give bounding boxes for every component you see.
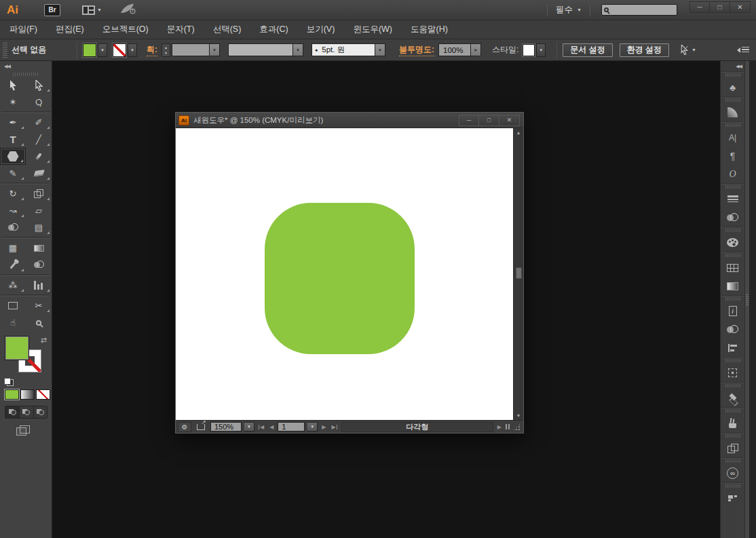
window-resize-grip[interactable] [512, 423, 521, 431]
transform-panel-button[interactable] [721, 364, 744, 382]
tool-perspective-grid[interactable]: ▤ [26, 219, 52, 236]
scroll-down-arrow[interactable]: ▼ [514, 411, 523, 420]
fill-indicator-swatch[interactable] [5, 337, 29, 360]
stroke-weight-dropdown[interactable]: ▼ [210, 43, 220, 56]
previous-artboard-button[interactable]: ◀ [268, 424, 275, 430]
opacity-field[interactable] [438, 43, 471, 56]
bridge-button[interactable]: Br [44, 4, 60, 16]
maximize-button[interactable]: □ [710, 1, 730, 13]
panel-group-grip[interactable] [721, 296, 744, 302]
doc-maximize-button[interactable]: □ [479, 115, 499, 126]
control-bar-grip[interactable] [3, 43, 7, 58]
gradient-panel-button[interactable] [721, 277, 744, 295]
dock-divider[interactable] [744, 61, 750, 538]
tool-blend[interactable] [26, 256, 52, 273]
tool-slice[interactable]: ✂ [26, 297, 52, 314]
first-artboard-button[interactable]: ◀ [257, 424, 265, 430]
scroll-up-arrow[interactable]: ▲ [514, 128, 523, 137]
tool-lasso[interactable]: Ϙ [26, 94, 52, 111]
brushes-panel-button[interactable] [721, 414, 744, 432]
panel-group-grip[interactable] [721, 358, 744, 364]
minimize-button[interactable]: ─ [689, 1, 710, 13]
align-panel-button[interactable] [721, 339, 744, 357]
vertical-scrollbar[interactable]: ▲ ▼ [513, 128, 523, 420]
tool-zoom[interactable] [26, 314, 52, 331]
menu-select[interactable]: 선택(S) [213, 24, 242, 35]
artboards-panel-button[interactable] [721, 439, 744, 457]
rounded-polygon-shape[interactable] [265, 203, 415, 354]
tool-gradient[interactable] [26, 239, 52, 256]
menu-type[interactable]: 문자(T) [167, 24, 195, 35]
panel-group-grip[interactable] [721, 227, 744, 233]
artboard-navigation-field[interactable] [278, 422, 305, 431]
document-setup-button[interactable]: 문서 설정 [563, 43, 612, 57]
expand-panels-icon[interactable]: ◀◀ [736, 64, 742, 69]
asset-export-panel-button[interactable] [721, 489, 744, 507]
document-title-bar[interactable]: Ai 새원도우* @ 150% (CMYK/미리보기) ─ □ ✕ [176, 113, 523, 128]
tool-scale[interactable] [26, 185, 52, 202]
style-dropdown[interactable]: ▼ [536, 43, 546, 57]
variable-width-profile-dropdown[interactable]: ▼ [293, 43, 303, 56]
tool-polygon[interactable] [0, 148, 26, 165]
opacity-panel-link[interactable]: 불투명도: [399, 44, 434, 56]
tool-artboard[interactable] [0, 297, 26, 314]
search-box[interactable] [601, 4, 677, 16]
preferences-button[interactable]: 환경 설정 [620, 43, 669, 57]
style-swatch[interactable] [523, 44, 535, 56]
status-pause-icon[interactable] [506, 424, 510, 429]
tool-direct-selection[interactable] [26, 77, 52, 94]
tool-symbol-sprayer[interactable]: ⁂ [0, 277, 26, 294]
zoom-level-input[interactable] [213, 422, 239, 431]
tool-pencil[interactable]: ✎ [0, 165, 26, 182]
swap-fill-stroke-icon[interactable]: ⇄ [41, 336, 47, 345]
stroke-weight-stepper[interactable]: ▲ ▼ [162, 43, 170, 57]
artboard-navigation-input[interactable] [280, 422, 302, 431]
tool-selection[interactable] [0, 77, 26, 94]
symbols-panel-button[interactable]: ♣ [721, 78, 744, 96]
rocket-launch-icon[interactable] [119, 3, 136, 17]
panel-group-grip[interactable] [721, 97, 744, 103]
panel-group-grip[interactable] [721, 72, 744, 78]
stepper-up-icon[interactable]: ▲ [164, 45, 168, 50]
control-panel-menu-icon[interactable] [737, 47, 749, 53]
tool-column-graph[interactable] [26, 277, 52, 294]
draw-inside-button[interactable] [33, 406, 47, 418]
tool-paintbrush[interactable] [26, 148, 52, 165]
panel-group-grip[interactable] [721, 252, 744, 258]
tool-eyedropper[interactable] [0, 256, 26, 273]
status-play-icon[interactable]: ▶ [496, 424, 503, 430]
pointer-options-button[interactable]: ▼ [680, 45, 696, 55]
menu-view[interactable]: 보기(V) [307, 24, 335, 35]
panel-group-grip[interactable] [721, 184, 744, 190]
variable-width-profile-field[interactable] [228, 43, 293, 56]
stroke-color-dropdown[interactable]: ▼ [128, 43, 137, 57]
collapse-panel-icon[interactable]: ◀◀ [4, 64, 10, 69]
menu-window[interactable]: 윈도우(W) [353, 24, 392, 35]
search-input[interactable] [609, 5, 675, 14]
artboard-canvas[interactable] [176, 128, 513, 420]
fill-color-dropdown[interactable]: ▼ [98, 43, 107, 57]
tool-width[interactable]: ↝ [0, 202, 26, 219]
panel-group-grip[interactable] [721, 383, 744, 389]
tool-type[interactable]: T [0, 131, 26, 148]
close-button[interactable]: ✕ [730, 1, 751, 13]
menu-effect[interactable]: 효과(C) [259, 24, 288, 35]
swatches-panel-button[interactable] [721, 258, 744, 277]
panel-group-grip[interactable] [721, 122, 744, 128]
zoom-level-field[interactable] [210, 422, 242, 431]
gradient-button[interactable] [20, 389, 35, 400]
artboard-navigation-dropdown[interactable]: ▼ [307, 422, 318, 431]
layers-panel-button[interactable] [721, 389, 744, 407]
opacity-input[interactable] [442, 45, 468, 55]
tool-mesh[interactable]: ▦ [0, 239, 26, 256]
tool-shape-builder[interactable] [0, 219, 26, 236]
panel-group-grip[interactable] [721, 408, 744, 414]
screen-mode-button[interactable] [16, 425, 30, 436]
tool-free-transform[interactable]: ▱ [26, 202, 52, 219]
color-panel-button[interactable] [721, 233, 744, 252]
tool-hand[interactable]: ☝ [0, 314, 26, 331]
tool-line-segment[interactable]: ╱ [26, 131, 52, 148]
cc-libraries-panel-button[interactable]: ∞ [721, 464, 744, 482]
character-panel-button[interactable]: A| [721, 128, 744, 147]
doc-minimize-button[interactable]: ─ [459, 115, 479, 126]
